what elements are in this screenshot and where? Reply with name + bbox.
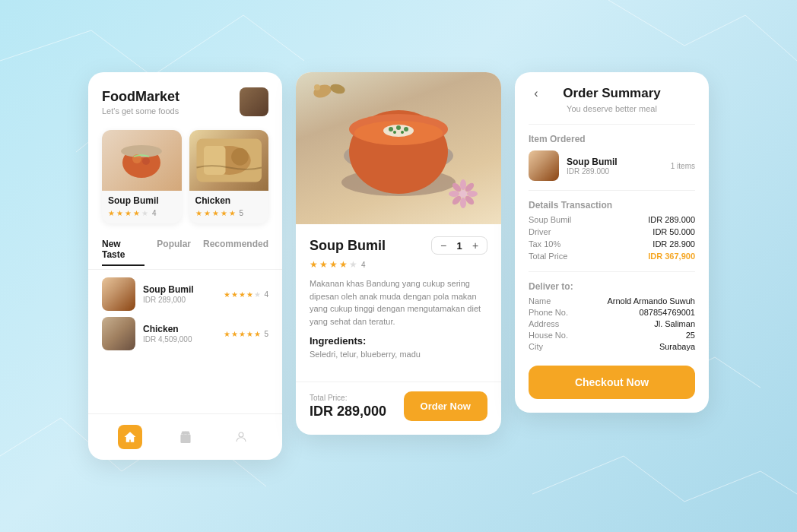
deliver-row-house: House No. 25: [529, 331, 695, 340]
qty-increase-btn[interactable]: +: [468, 239, 482, 252]
nav-profile[interactable]: [229, 425, 253, 449]
app-header: FoodMarket Let's get some foods: [88, 72, 282, 122]
transaction-key-total: Total Price: [529, 252, 567, 261]
item-count: 1 items: [671, 162, 695, 170]
nav-bag[interactable]: [173, 425, 198, 449]
soup-card-image: [102, 130, 182, 191]
tab-popular[interactable]: Popular: [157, 239, 191, 266]
deliver-val-house: 25: [686, 331, 695, 340]
svg-point-3: [142, 157, 150, 165]
star-4: ★: [133, 209, 140, 217]
star-3: ★: [212, 209, 219, 217]
divider-1: [529, 124, 695, 125]
featured-card-chicken[interactable]: Chicken ★ ★ ★ ★ ★ 5: [189, 130, 269, 223]
deliver-row-name: Name Arnold Armando Suwuh: [529, 296, 695, 306]
svg-rect-6: [204, 146, 226, 175]
list-item[interactable]: Chicken IDR 4,509,000 ★ ★ ★ ★ ★ 5: [102, 317, 268, 350]
deliver-row-city: City Surabaya: [529, 342, 695, 351]
detail-footer: Total Price: IDR 289,000 Order Now: [296, 382, 501, 435]
deliver-key-city: City: [529, 342, 543, 351]
deliver-key-phone: Phone No.: [529, 308, 568, 317]
star-1: ★: [195, 209, 202, 217]
soup-card-label: Soup Bumil: [102, 191, 182, 209]
svg-point-25: [460, 179, 466, 190]
bag-icon: [179, 430, 192, 444]
home-plus-icon: [123, 430, 137, 444]
deliver-key-house: House No.: [529, 331, 568, 340]
panels-container: FoodMarket Let's get some foods: [88, 72, 709, 460]
divider-2: [529, 190, 695, 191]
app-subtitle: Let's get some foods: [102, 106, 179, 116]
transaction-section: Details Transaction Soup Bumil IDR 289.0…: [515, 200, 709, 264]
nav-home[interactable]: [118, 425, 142, 449]
transaction-val-total: IDR 367,900: [648, 252, 695, 261]
tab-new-taste[interactable]: New Taste: [102, 239, 144, 266]
svg-point-23: [401, 131, 404, 134]
panel-detail: Soup Bumil − 1 + ★ ★ ★ ★ ★ 4 Makanan kha…: [296, 72, 501, 435]
price-label: Total Price:: [310, 394, 386, 402]
back-button[interactable]: ‹: [526, 83, 547, 104]
item-info: Soup Bumil IDR 289.000: [567, 157, 663, 176]
list-stars-chicken: ★ ★ ★ ★ ★ 5: [224, 330, 268, 338]
ingredients-title: Ingredients:: [310, 335, 487, 347]
panel-order-summary: ‹ Order Summary You deserve better meal …: [515, 72, 709, 413]
star-1: ★: [108, 209, 115, 217]
list-thumb-chicken: [102, 317, 135, 350]
item-name: Soup Bumil: [567, 157, 663, 167]
tabs-row: New Taste Popular Recommended: [88, 231, 282, 270]
tab-recommended[interactable]: Recommended: [203, 239, 268, 266]
transaction-key-tax: Tax 10%: [529, 239, 560, 249]
deliver-val-name: Arnold Armando Suwuh: [607, 296, 695, 306]
svg-point-24: [459, 190, 467, 198]
star-2: ★: [116, 209, 123, 217]
detail-stars: ★ ★ ★ ★ ★ 4: [310, 259, 487, 270]
chicken-rating: 5: [240, 209, 244, 217]
list-rating-chicken: 5: [264, 330, 268, 338]
app-title: FoodMarket: [102, 89, 179, 105]
svg-point-20: [396, 125, 401, 130]
price-value: IDR 289,000: [310, 404, 386, 420]
transaction-row-tax: Tax 10% IDR 28.900: [529, 239, 695, 249]
list-item[interactable]: Soup Bumil IDR 289,000 ★ ★ ★ ★ ★ 4: [102, 277, 268, 311]
transaction-val-tax: IDR 28.900: [653, 239, 695, 249]
svg-point-22: [393, 131, 396, 134]
chicken-card-label: Chicken: [189, 191, 269, 209]
list-info-soup: Soup Bumil IDR 289,000: [143, 284, 216, 304]
panel-foodmarket: FoodMarket Let's get some foods: [88, 72, 282, 460]
food-list: Soup Bumil IDR 289,000 ★ ★ ★ ★ ★ 4 Chick…: [88, 270, 282, 358]
transaction-row-total: Total Price IDR 367,900: [529, 252, 695, 261]
food-bowl-large: [330, 91, 467, 205]
svg-point-31: [449, 191, 459, 197]
item-ordered-row: Soup Bumil IDR 289.000 1 items: [515, 150, 709, 181]
app-title-group: FoodMarket Let's get some foods: [102, 89, 179, 116]
deliver-row-address: Address Jl. Saliman: [529, 319, 695, 328]
transaction-val-soup: IDR 289.000: [648, 215, 695, 224]
item-price: IDR 289.000: [567, 167, 663, 176]
svg-point-21: [404, 127, 408, 131]
chicken-card-stars: ★ ★ ★ ★ ★ 5: [189, 209, 269, 223]
divider-3: [529, 271, 695, 272]
transaction-key-driver: Driver: [529, 227, 551, 236]
ingredients-text: Seledri, telur, blueberry, madu: [310, 350, 487, 359]
featured-card-soup[interactable]: Soup Bumil ★ ★ ★ ★ ★ 4: [102, 130, 182, 223]
star-2: ★: [204, 209, 211, 217]
star-3: ★: [125, 209, 132, 217]
list-name-soup: Soup Bumil: [143, 284, 216, 295]
qty-decrease-btn[interactable]: −: [437, 239, 450, 252]
deliver-key-name: Name: [529, 296, 551, 306]
transaction-label: Details Transaction: [529, 200, 695, 211]
deliver-section: Deliver to: Name Arnold Armando Suwuh Ph…: [515, 281, 709, 353]
transaction-row-driver: Driver IDR 50.000: [529, 227, 695, 236]
star-4: ★: [221, 209, 227, 217]
checkout-now-button[interactable]: Checkout Now: [529, 366, 695, 399]
list-price-soup: IDR 289,000: [143, 296, 216, 304]
order-now-button[interactable]: Order Now: [404, 391, 487, 421]
deliver-label: Deliver to:: [529, 281, 695, 292]
summary-title-group: Order Summary: [563, 86, 661, 101]
avatar[interactable]: [240, 87, 268, 116]
quantity-control: − 1 +: [431, 236, 487, 255]
detail-hero: [296, 72, 501, 224]
svg-point-27: [467, 191, 478, 197]
svg-point-29: [460, 198, 466, 208]
chicken-card-image: [189, 130, 269, 191]
